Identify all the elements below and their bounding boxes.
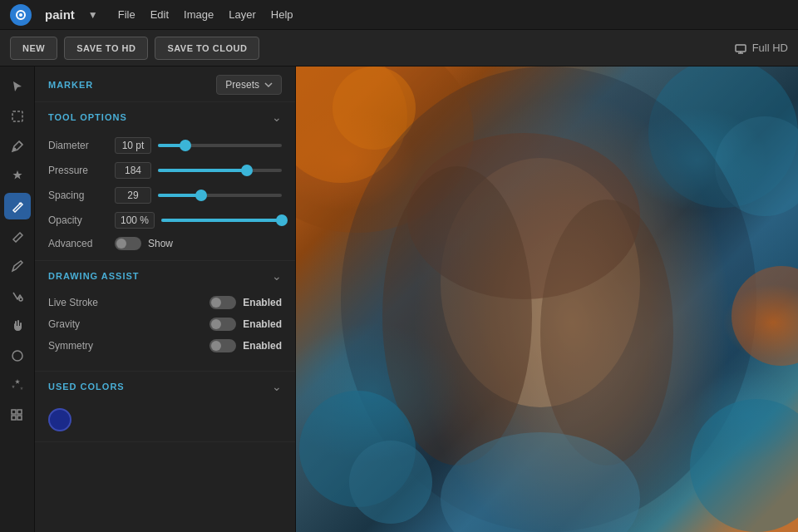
menu-layer[interactable]: Layer [229,8,256,21]
menu-help[interactable]: Help [271,8,293,21]
title-bar: paint ▼ File Edit Image Layer Help [0,0,798,30]
opacity-slider[interactable] [161,219,282,222]
spacing-value[interactable]: 29 [115,187,151,204]
opacity-label: Opacity [48,214,108,226]
presets-label: Presets [225,79,259,91]
app-name: paint [45,7,75,22]
tool-options-header[interactable]: TOOL OPTIONS ⌄ [35,102,295,132]
menu-edit[interactable]: Edit [150,8,169,21]
symmetry-toggle[interactable] [209,339,236,352]
toolbar: NEW SAVE TO HD SAVE TO CLOUD Full HD [0,30,798,66]
diameter-slider[interactable] [158,144,282,147]
canvas-area[interactable] [296,66,798,532]
symmetry-status: Enabled [243,340,282,352]
svg-point-23 [540,200,673,466]
live-stroke-toggle[interactable] [209,296,236,309]
svg-rect-13 [17,416,22,420]
tools-sidebar [0,66,35,532]
pencil-tool[interactable] [4,253,31,279]
grid-tool[interactable] [4,402,31,429]
shape-tool[interactable] [4,342,31,369]
svg-point-1 [19,13,22,17]
pressure-row: Pressure 184 [48,162,282,179]
pen-tool[interactable] [4,193,31,219]
drawing-assist-body: Live Stroke Enabled Gravity [35,291,295,371]
advanced-toggle[interactable] [115,237,141,250]
fill-tool[interactable] [4,283,31,309]
marker-section: MARKER Presets [35,66,295,102]
drawing-assist-header[interactable]: DRAWING ASSIST ⌄ [35,261,295,291]
main-area: MARKER Presets TOOL OPTIONS ⌄ Diameter 1… [0,66,798,532]
presets-dropdown[interactable]: Presets [216,75,282,95]
symmetry-label: Symmetry [48,340,93,352]
eyedropper-tool[interactable] [4,133,31,160]
brush-tool[interactable] [4,163,31,190]
new-button[interactable]: NEW [10,37,57,60]
svg-point-25 [349,441,432,524]
color-swatch-blue[interactable] [48,408,71,431]
pressure-slider[interactable] [158,169,282,172]
gravity-row: Gravity Enabled [48,318,282,331]
svg-point-8 [19,298,22,301]
tool-options-body: Diameter 10 pt Pressure 184 [35,132,295,260]
svg-rect-11 [17,410,22,414]
show-label: Show [148,238,173,249]
live-stroke-label: Live Stroke [48,297,98,308]
hand-tool[interactable] [4,313,31,339]
advanced-label: Advanced [48,238,108,249]
diameter-row: Diameter 10 pt [48,137,282,154]
live-stroke-status: Enabled [243,297,282,308]
drawing-assist-title: DRAWING ASSIST [48,271,140,281]
pressure-label: Pressure [48,165,108,176]
spacing-label: Spacing [48,190,108,201]
diameter-value[interactable]: 10 pt [115,137,151,154]
portrait-svg [296,66,798,532]
spacing-slider[interactable] [158,194,282,197]
eraser-tool[interactable] [4,223,31,249]
tool-panel: MARKER Presets TOOL OPTIONS ⌄ Diameter 1… [35,66,296,532]
drawing-assist-chevron: ⌄ [272,269,282,283]
tool-options-chevron: ⌄ [272,111,282,124]
opacity-value[interactable]: 100 % [115,212,155,229]
menu-image[interactable]: Image [184,8,214,21]
effects-tool[interactable] [4,372,31,399]
spacing-row: Spacing 29 [48,187,282,204]
menu-bar: File Edit Image Layer Help [118,8,293,21]
live-stroke-row: Live Stroke Enabled [48,296,282,309]
gravity-status: Enabled [243,318,282,330]
svg-point-7 [13,148,15,150]
app-dropdown-icon[interactable]: ▼ [88,9,98,21]
canvas-background [296,66,798,532]
app-logo [10,4,32,26]
gravity-toggle[interactable] [209,318,236,331]
selection-tool[interactable] [4,73,31,100]
full-hd-text: Full HD [752,42,788,54]
svg-rect-5 [12,111,22,121]
used-colors-section: USED COLORS ⌄ [35,372,295,442]
pressure-value[interactable]: 184 [115,162,151,179]
symmetry-row: Symmetry Enabled [48,339,282,352]
svg-rect-12 [12,416,16,420]
save-hd-button[interactable]: SAVE TO HD [64,37,148,60]
tool-options-title: TOOL OPTIONS [48,112,127,122]
marker-label: MARKER [48,80,93,90]
full-hd-label: Full HD [734,42,788,55]
drawing-assist-section: DRAWING ASSIST ⌄ Live Stroke Enabled [35,261,295,372]
marquee-tool[interactable] [4,103,31,130]
menu-file[interactable]: File [118,8,135,21]
advanced-row: Advanced Show [48,237,282,250]
used-colors-header[interactable]: USED COLORS ⌄ [35,372,295,401]
svg-rect-10 [12,410,16,414]
diameter-label: Diameter [48,140,108,151]
used-colors-body [35,401,295,441]
svg-rect-2 [736,45,746,52]
used-colors-title: USED COLORS [48,382,125,392]
used-colors-chevron: ⌄ [272,380,282,393]
tool-options-section: TOOL OPTIONS ⌄ Diameter 10 pt Pressure 1… [35,102,295,261]
svg-point-9 [12,351,22,361]
save-cloud-button[interactable]: SAVE TO CLOUD [155,37,259,60]
opacity-row: Opacity 100 % [48,212,282,229]
gravity-label: Gravity [48,318,80,330]
